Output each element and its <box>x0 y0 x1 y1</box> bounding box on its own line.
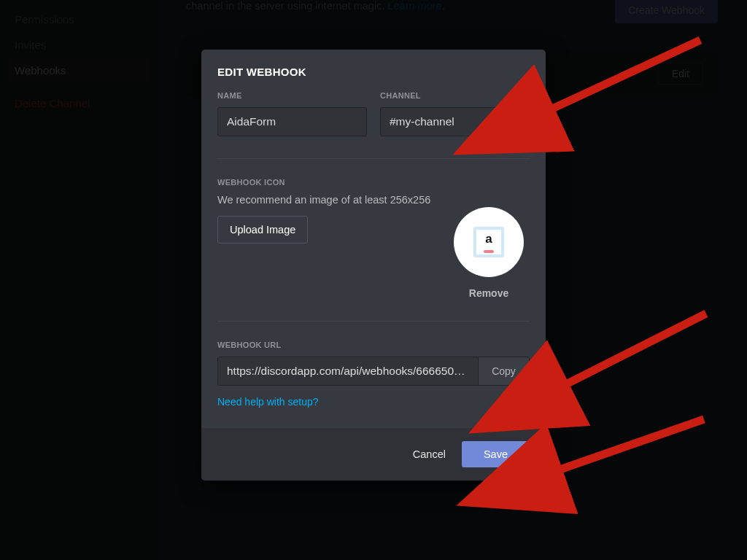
avatar-accent-bar <box>484 250 494 253</box>
webhook-url-label: WEBHOOK URL <box>217 341 530 349</box>
name-label: NAME <box>217 91 367 100</box>
webhook-url-row: https://discordapp.com/api/webhooks/6666… <box>217 357 530 386</box>
name-input-value: AidaForm <box>227 115 276 128</box>
edit-webhook-modal: EDIT WEBHOOK NAME AidaForm CHANNEL #my-c… <box>201 50 546 481</box>
help-link[interactable]: Need help with setup? <box>217 396 530 408</box>
modal-title: EDIT WEBHOOK <box>201 50 546 78</box>
channel-label: CHANNEL <box>380 91 530 100</box>
icon-section: WEBHOOK ICON We recommend an image of at… <box>201 159 546 299</box>
name-channel-row: NAME AidaForm CHANNEL #my-channel <box>201 78 546 136</box>
upload-image-button[interactable]: Upload Image <box>217 216 308 244</box>
webhook-url-value[interactable]: https://discordapp.com/api/webhooks/6666… <box>218 357 478 385</box>
copy-url-button[interactable]: Copy <box>478 357 529 385</box>
chevron-down-icon <box>507 115 520 128</box>
name-field-group: NAME AidaForm <box>217 91 367 136</box>
modal-footer: Cancel Save <box>201 428 546 481</box>
webhook-icon-label: WEBHOOK ICON <box>217 178 530 187</box>
avatar-letter: a <box>485 232 492 246</box>
cancel-button[interactable]: Cancel <box>413 448 446 460</box>
icon-preview-group: a Remove <box>454 207 524 299</box>
channel-select-value: #my-channel <box>390 115 454 128</box>
name-input[interactable]: AidaForm <box>217 107 367 136</box>
remove-icon-button[interactable]: Remove <box>469 287 508 299</box>
channel-select[interactable]: #my-channel <box>380 107 530 136</box>
save-button[interactable]: Save <box>462 441 530 467</box>
channel-field-group: CHANNEL #my-channel <box>380 91 530 136</box>
url-section: WEBHOOK URL https://discordapp.com/api/w… <box>201 322 546 386</box>
icon-size-recommendation: We recommend an image of at least 256x25… <box>217 194 530 206</box>
avatar-logo: a <box>473 227 504 257</box>
webhook-avatar[interactable]: a <box>454 207 524 277</box>
